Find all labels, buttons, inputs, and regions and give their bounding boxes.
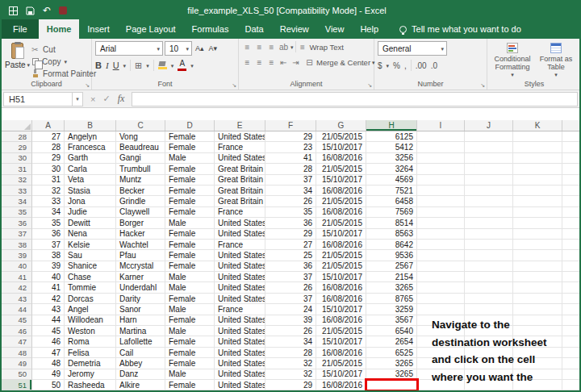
- number-format-combo[interactable]: General▾: [378, 41, 447, 56]
- cell-F32[interactable]: 37: [265, 175, 316, 186]
- cell-G35[interactable]: 16/08/2016: [316, 207, 366, 218]
- cell-C29[interactable]: Beaudreau: [116, 142, 165, 152]
- cell-G51[interactable]: 16/08/2016: [316, 380, 366, 390]
- cell-D47[interactable]: Female: [165, 336, 215, 347]
- cell-B33[interactable]: Stasia: [65, 186, 116, 196]
- cell-E38[interactable]: France: [215, 240, 265, 250]
- cell-E29[interactable]: France: [215, 142, 265, 152]
- cell-H31[interactable]: 3264: [366, 164, 417, 174]
- alignment-dialog-launcher[interactable]: ↘: [367, 82, 372, 89]
- cell-H48[interactable]: 6525: [366, 348, 417, 358]
- cell-G43[interactable]: 16/08/2016: [316, 294, 366, 304]
- number-dialog-launcher[interactable]: ↘: [480, 82, 485, 89]
- cell-G28[interactable]: 21/05/2015: [316, 131, 366, 142]
- cell-I34[interactable]: [417, 196, 465, 206]
- cell-I43[interactable]: [417, 294, 465, 304]
- cell-G29[interactable]: 15/10/2017: [316, 142, 366, 152]
- cell-B37[interactable]: Nena: [65, 229, 116, 240]
- cell-B36[interactable]: Dewitt: [65, 218, 116, 228]
- cell-H30[interactable]: 3256: [366, 153, 417, 164]
- cell-J38[interactable]: [465, 240, 513, 250]
- cell-I33[interactable]: [417, 186, 465, 196]
- align-left-button[interactable]: ≡: [242, 58, 253, 67]
- cell-E39[interactable]: United States: [215, 250, 265, 261]
- cell-G34[interactable]: 21/05/2015: [316, 196, 366, 206]
- row-header-28[interactable]: 28: [2, 131, 32, 142]
- cell-K40[interactable]: [513, 261, 562, 272]
- cell-K42[interactable]: [513, 282, 562, 293]
- cell-E35[interactable]: France: [215, 207, 265, 218]
- cell-B41[interactable]: Chase: [65, 272, 116, 282]
- cell-C31[interactable]: Trumbull: [116, 164, 165, 174]
- cell-F35[interactable]: 35: [265, 207, 316, 218]
- format-painter-button[interactable]: Format Painter: [30, 68, 96, 79]
- cell-G47[interactable]: 15/10/2017: [316, 336, 366, 347]
- cell-E47[interactable]: United States: [215, 336, 265, 347]
- formula-input[interactable]: [132, 92, 578, 106]
- cell-E42[interactable]: United States: [215, 282, 265, 293]
- cell-E45[interactable]: United States: [215, 315, 265, 326]
- cell-D43[interactable]: Female: [165, 294, 215, 304]
- row-header-42[interactable]: 42: [2, 282, 32, 293]
- cell-I40[interactable]: [417, 261, 465, 272]
- cell-E36[interactable]: United States: [215, 218, 265, 228]
- cell-K32[interactable]: [513, 175, 562, 186]
- accounting-format-button[interactable]: $: [378, 61, 382, 70]
- cell-I42[interactable]: [417, 282, 465, 293]
- cell-J39[interactable]: [465, 250, 513, 261]
- column-header-I[interactable]: I: [417, 120, 465, 131]
- orientation-button[interactable]: ab: [278, 43, 289, 52]
- cell-A41[interactable]: 40: [32, 272, 65, 282]
- cell-A39[interactable]: 38: [32, 250, 65, 261]
- cell-D30[interactable]: Male: [165, 153, 215, 164]
- cell-H39[interactable]: 9536: [366, 250, 417, 261]
- cell-A49[interactable]: 48: [32, 358, 65, 369]
- cell-J30[interactable]: [465, 153, 513, 164]
- qat-customize-icon[interactable]: [59, 6, 67, 15]
- cell-H28[interactable]: 6125: [366, 131, 417, 142]
- cell-H41[interactable]: 2154: [366, 272, 417, 282]
- cell-J44[interactable]: [465, 304, 513, 315]
- cell-A51[interactable]: 50: [32, 380, 65, 390]
- cell-H32[interactable]: 4569: [366, 175, 417, 186]
- cell-D37[interactable]: Female: [165, 229, 215, 240]
- name-box[interactable]: H51: [3, 92, 73, 106]
- cell-K31[interactable]: [513, 164, 562, 174]
- cell-B34[interactable]: Jona: [65, 196, 116, 206]
- cell-H50[interactable]: 3265: [366, 369, 417, 380]
- cell-K43[interactable]: [513, 294, 562, 304]
- cell-E50[interactable]: United States: [215, 369, 265, 380]
- cell-C32[interactable]: Muntz: [116, 175, 165, 186]
- cell-D38[interactable]: Female: [165, 240, 215, 250]
- cell-A34[interactable]: 33: [32, 196, 65, 206]
- cell-F47[interactable]: 34: [265, 336, 316, 347]
- cell-B29[interactable]: Francesca: [65, 142, 116, 152]
- cell-I37[interactable]: [417, 229, 465, 240]
- cell-E34[interactable]: Great Britain: [215, 196, 265, 206]
- tab-home[interactable]: Home: [39, 19, 80, 39]
- cell-D29[interactable]: Female: [165, 142, 215, 152]
- cell-A28[interactable]: 27: [32, 131, 65, 142]
- cell-F42[interactable]: 26: [265, 282, 316, 293]
- copy-button[interactable]: Copy▾: [30, 56, 96, 67]
- cell-G42[interactable]: 16/08/2016: [316, 282, 366, 293]
- select-all-corner[interactable]: [2, 120, 32, 131]
- cell-A29[interactable]: 28: [32, 142, 65, 152]
- row-header-35[interactable]: 35: [2, 207, 32, 218]
- cell-G49[interactable]: 21/05/2015: [316, 358, 366, 369]
- cell-F49[interactable]: 32: [265, 358, 316, 369]
- cell-I36[interactable]: [417, 218, 465, 228]
- cell-A38[interactable]: 37: [32, 240, 65, 250]
- row-header-51[interactable]: 51: [2, 380, 32, 390]
- increase-decimal-button[interactable]: .00: [416, 61, 427, 70]
- cell-H36[interactable]: 8514: [366, 218, 417, 228]
- cell-F31[interactable]: 28: [265, 164, 316, 174]
- cell-F29[interactable]: 23: [265, 142, 316, 152]
- cell-G38[interactable]: 16/08/2016: [316, 240, 366, 250]
- column-header-H[interactable]: H: [366, 120, 417, 131]
- cell-C51[interactable]: Alkire: [116, 380, 165, 390]
- row-header-46[interactable]: 46: [2, 326, 32, 336]
- cell-B35[interactable]: Judie: [65, 207, 116, 218]
- cell-C45[interactable]: Harn: [116, 315, 165, 326]
- save-button[interactable]: [26, 6, 35, 15]
